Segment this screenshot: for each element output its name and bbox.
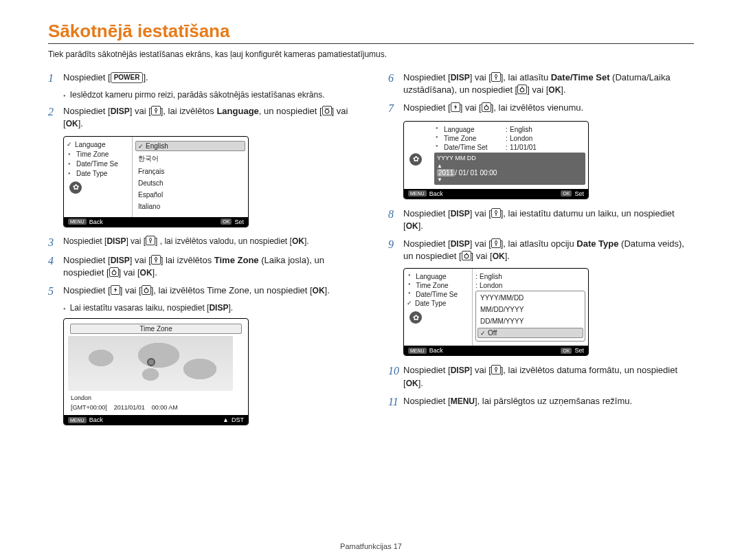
menu-label: MENU [451, 396, 475, 406]
page-footer: Pamatfunkcijas 17 [0, 542, 742, 550]
step-text: Nospiediet [DISP] vai [], lai atlasītu o… [403, 238, 694, 262]
macro-icon [146, 236, 155, 245]
svg-point-3 [520, 88, 524, 92]
step-text: Nospiediet [DISP] vai [], lai izvēlētos … [403, 364, 694, 389]
timer-icon [109, 267, 119, 277]
step-text: Nospiediet [] vai [], lai izvēlētos Time… [63, 284, 354, 298]
step-text: Nospiediet [POWER]. [63, 71, 354, 85]
macro-icon [491, 72, 501, 82]
svg-point-4 [484, 106, 488, 110]
step-text: Nospiediet [DISP] vai [], lai izvēlētos … [63, 105, 354, 130]
step-number: 5 [48, 284, 63, 298]
step-number: 6 [388, 71, 403, 96]
svg-point-5 [464, 254, 469, 258]
step-text: Nospiediet [DISP] vai [], lai atlasītu D… [403, 71, 694, 96]
page-title: Sākotnējā iestatīšana [48, 21, 694, 42]
camera-screen-language: ✓Language ●Time Zone ●Date/Time Se ●Date… [63, 136, 249, 227]
step-text: Nospiediet [MENU], lai pārslēgtos uz uzņ… [403, 395, 694, 408]
step-number: 3 [48, 236, 63, 249]
camera-screen-datetime: ✿ ●Language:English ●Time Zone:London ●D… [403, 121, 589, 199]
svg-point-0 [325, 109, 329, 113]
ok-label: OK [221, 219, 232, 225]
macro-icon [151, 106, 161, 115]
step-text: Nospiediet [DISP] vai [], lai iestatītu … [403, 208, 694, 232]
ok-label: OK [66, 119, 78, 128]
flash-icon [451, 102, 460, 112]
macro-icon [151, 255, 161, 265]
step-number: 8 [388, 208, 403, 232]
timer-icon [462, 251, 471, 260]
gear-icon: ✿ [409, 311, 422, 324]
step-text: Nospiediet [] vai [], lai izvēlētos vien… [403, 102, 694, 115]
menu-label: MENU [68, 219, 87, 225]
svg-point-1 [112, 271, 116, 275]
left-column: 1 Nospiediet [POWER]. Ieslēdzot kameru p… [48, 71, 354, 434]
step-number: 7 [388, 102, 403, 115]
flash-icon [111, 285, 120, 295]
divider [48, 43, 694, 44]
timer-icon [142, 285, 151, 295]
step-number: 11 [388, 395, 403, 408]
timer-icon [482, 102, 491, 112]
step-number: 9 [388, 238, 403, 262]
macro-icon [491, 238, 501, 248]
disp-label: DISP [111, 107, 130, 116]
right-column: 6 Nospiediet [DISP] vai [], lai atlasītu… [388, 71, 694, 434]
macro-icon [491, 365, 501, 374]
camera-screen-datetype: ●Language ●Time Zone ●Date/Time Se ✓Date… [403, 268, 589, 356]
power-button-label: POWER [111, 72, 144, 83]
timer-icon [517, 85, 527, 94]
gear-icon: ✿ [69, 181, 82, 194]
step-number: 4 [48, 254, 63, 279]
svg-point-2 [144, 289, 148, 293]
world-map [68, 336, 233, 391]
macro-icon [491, 208, 501, 218]
gear-icon: ✿ [409, 153, 422, 166]
step-number: 2 [48, 105, 63, 130]
note: Ieslēdzot kameru pirmo reizi, parādās sā… [63, 90, 354, 100]
step-text: Nospiediet [DISP] vai [] lai izvēlētos T… [63, 254, 354, 279]
step-number: 1 [48, 71, 63, 85]
note: Lai iestatītu vasaras laiku, nospiediet … [63, 303, 354, 313]
step-text: Nospiediet [DISP] vai [] , lai izvēlētos… [63, 236, 354, 249]
camera-screen-timezone: Time Zone London [GMT+00:00] 2011/01/01 … [63, 318, 249, 425]
timer-icon [322, 106, 332, 115]
step-number: 10 [388, 364, 403, 389]
page-subtitle: Tiek parādīts sākotnējās iestatīšanas ek… [48, 49, 694, 59]
